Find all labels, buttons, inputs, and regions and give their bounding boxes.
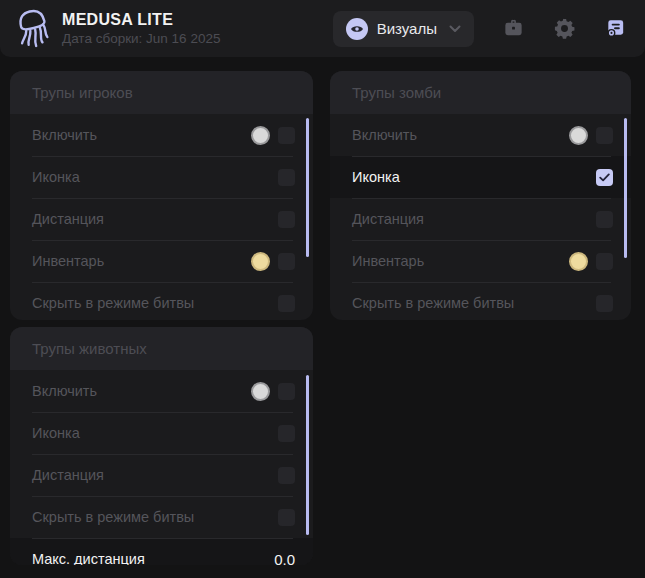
license-card-icon[interactable]	[603, 17, 627, 41]
row-label: Макс. дистанция	[32, 551, 145, 565]
row-label: Иконка	[32, 169, 80, 185]
settings-row[interactable]: Иконка	[10, 412, 313, 454]
settings-row[interactable]: Включить	[330, 114, 631, 156]
panel-title: Трупы зомби	[352, 84, 441, 101]
settings-row[interactable]: Включить	[10, 114, 313, 156]
checkbox[interactable]	[596, 253, 613, 270]
settings-row[interactable]: Макс. дистанция0.0	[10, 538, 313, 565]
checkbox[interactable]	[596, 127, 613, 144]
color-swatch[interactable]	[251, 252, 270, 271]
checkbox-checked[interactable]	[596, 169, 613, 186]
build-date: Дата сборки: Jun 16 2025	[62, 31, 220, 46]
color-swatch[interactable]	[569, 252, 588, 271]
panel-animal-corpses: Трупы животных ВключитьИконкаДистанцияСк…	[10, 327, 313, 565]
medusa-jellyfish-logo	[13, 6, 55, 52]
title-block: MEDUSA LITE Дата сборки: Jun 16 2025	[62, 11, 220, 46]
visuals-menu-label: Визуалы	[377, 20, 437, 37]
settings-row[interactable]: Дистанция	[330, 198, 631, 240]
row-label: Иконка	[32, 425, 80, 441]
color-swatch[interactable]	[251, 126, 270, 145]
visuals-menu-button[interactable]: Визуалы	[333, 11, 474, 47]
checkbox[interactable]	[278, 467, 295, 484]
row-label: Скрыть в режиме битвы	[32, 509, 194, 525]
panel-title: Трупы игроков	[32, 84, 133, 101]
checkbox[interactable]	[278, 295, 295, 312]
panel-title: Трупы животных	[32, 340, 147, 357]
row-label: Включить	[352, 127, 417, 143]
chevron-down-icon	[449, 25, 461, 33]
gear-icon[interactable]	[552, 17, 576, 41]
settings-row[interactable]: Иконка	[10, 156, 313, 198]
topbar-actions: Визуалы	[333, 0, 627, 57]
topbar: MEDUSA LITE Дата сборки: Jun 16 2025 Виз…	[0, 0, 645, 57]
color-swatch[interactable]	[251, 382, 270, 401]
row-label: Включить	[32, 127, 97, 143]
panel-player-corpses: Трупы игроков ВключитьИконкаДистанцияИнв…	[10, 71, 313, 320]
panel-zombie-corpses: Трупы зомби ВключитьИконкаДистанцияИнвен…	[330, 71, 631, 320]
settings-row[interactable]: Иконка	[330, 156, 631, 198]
panel-rows: ВключитьИконкаДистанцияСкрыть в режиме б…	[10, 370, 313, 565]
checkbox[interactable]	[278, 127, 295, 144]
row-label: Инвентарь	[352, 253, 424, 269]
scrollbar-thumb[interactable]	[306, 118, 309, 257]
row-label: Дистанция	[32, 467, 104, 483]
settings-row[interactable]: Инвентарь	[10, 240, 313, 282]
briefcase-icon[interactable]	[501, 17, 525, 41]
row-label: Скрыть в режиме битвы	[352, 295, 514, 311]
settings-row[interactable]: Дистанция	[10, 454, 313, 496]
scrollbar-thumb[interactable]	[624, 118, 627, 258]
row-label: Инвентарь	[32, 253, 104, 269]
checkbox[interactable]	[278, 169, 295, 186]
panel-rows: ВключитьИконкаДистанцияИнвентарьСкрыть в…	[10, 114, 313, 320]
checkbox[interactable]	[278, 509, 295, 526]
settings-row[interactable]: Скрыть в режиме битвы	[10, 496, 313, 538]
scrollbar-thumb[interactable]	[306, 375, 309, 535]
checkbox[interactable]	[596, 295, 613, 312]
checkbox[interactable]	[278, 253, 295, 270]
row-label: Дистанция	[352, 211, 424, 227]
row-value[interactable]: 0.0	[274, 551, 295, 566]
panel-rows: ВключитьИконкаДистанцияИнвентарьСкрыть в…	[330, 114, 631, 320]
row-label: Включить	[32, 383, 97, 399]
checkbox[interactable]	[278, 211, 295, 228]
checkbox[interactable]	[278, 383, 295, 400]
settings-row[interactable]: Скрыть в режиме битвы	[10, 282, 313, 320]
row-label: Дистанция	[32, 211, 104, 227]
checkbox[interactable]	[278, 425, 295, 442]
row-label: Иконка	[352, 169, 400, 185]
settings-row[interactable]: Инвентарь	[330, 240, 631, 282]
settings-row[interactable]: Скрыть в режиме битвы	[330, 282, 631, 320]
checkbox[interactable]	[596, 211, 613, 228]
row-label: Скрыть в режиме битвы	[32, 295, 194, 311]
color-swatch[interactable]	[569, 126, 588, 145]
app-title: MEDUSA LITE	[62, 11, 220, 29]
settings-row[interactable]: Включить	[10, 370, 313, 412]
eye-icon	[346, 18, 368, 40]
settings-row[interactable]: Дистанция	[10, 198, 313, 240]
